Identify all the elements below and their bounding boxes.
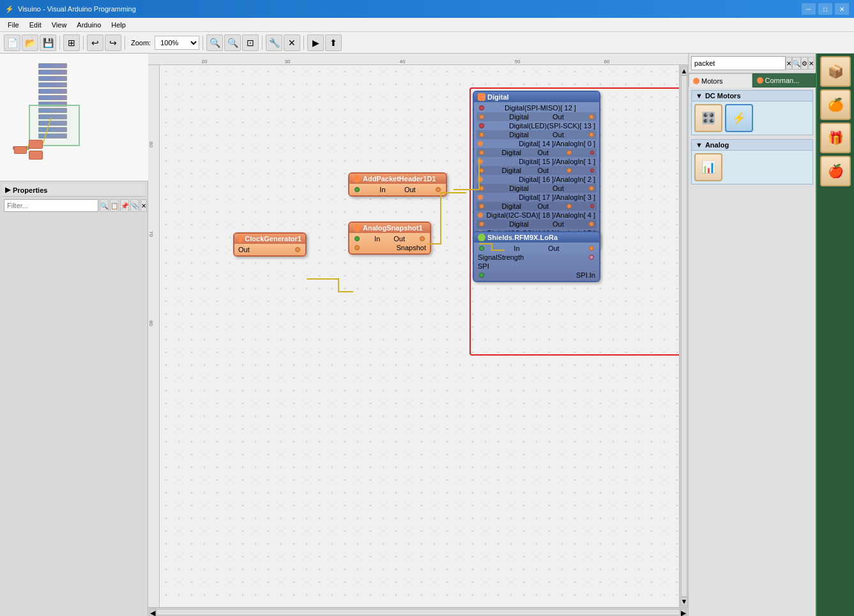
digital-6-pin[interactable] <box>479 204 484 209</box>
menu-view[interactable]: View <box>47 18 72 31</box>
arduino-digital-row-6: Digital Out <box>477 202 597 211</box>
library-search-input[interactable] <box>691 56 786 70</box>
analog-item-1[interactable]: 📊 <box>694 153 722 181</box>
cmd-btn-2[interactable]: 🍊 <box>820 89 851 120</box>
digital-6-out-pin[interactable] <box>567 204 572 209</box>
node-analog-snapshot[interactable]: AnalogSnapshot1 In Out <box>348 222 431 255</box>
digital-5-pin[interactable] <box>479 186 484 191</box>
vscroll-track[interactable] <box>681 75 687 597</box>
menu-help[interactable]: Help <box>106 18 131 31</box>
ruler-tick-30: 30 <box>285 59 291 64</box>
upload-button[interactable]: ⬆ <box>325 34 342 51</box>
menu-arduino[interactable]: Arduino <box>72 18 106 31</box>
redo-button[interactable]: ↪ <box>105 34 121 51</box>
digital-3-extra <box>590 151 594 154</box>
commands-panel: 📦 🍊 🎁 🍎 <box>816 54 854 616</box>
packet-in-pin[interactable] <box>355 187 360 192</box>
new-button[interactable]: 📄 <box>4 34 20 51</box>
prop-btn-3[interactable]: 📌 <box>120 199 129 212</box>
digital-7-pin[interactable] <box>479 222 484 227</box>
sck-pin[interactable] <box>479 123 484 128</box>
prop-btn-4[interactable]: 📎 <box>130 199 139 212</box>
canvas-main[interactable]: ClockGenerator1 Out <box>160 65 679 607</box>
node-clock-generator[interactable]: ClockGenerator1 Out <box>233 232 307 257</box>
dc-motors-label: DC Motors <box>705 92 741 100</box>
zoom-in-button[interactable]: 🔍 <box>206 34 223 51</box>
digital-7-label: Digital <box>509 220 529 228</box>
undo-button[interactable]: ↩ <box>87 34 103 51</box>
digital-5-out-pin[interactable] <box>589 186 594 191</box>
search-icon-btn[interactable]: 🔍 <box>792 57 801 70</box>
digital-4-pin[interactable] <box>479 168 484 173</box>
hscroll-right[interactable]: ▶ <box>680 608 687 616</box>
library-settings-button[interactable]: ⚙ <box>801 57 808 70</box>
properties-search[interactable] <box>4 199 98 212</box>
grid-button[interactable]: ⊞ <box>63 34 80 51</box>
digital-1-pin[interactable] <box>479 114 484 119</box>
analog-in-pin[interactable] <box>355 236 360 241</box>
dc-motor-item-2-selected[interactable]: ⚡ <box>725 104 753 132</box>
vscroll-down[interactable]: ▼ <box>680 597 688 606</box>
properties-label: Properties <box>13 186 47 194</box>
lora-spi-in-pin[interactable] <box>479 273 484 278</box>
prop-btn-1[interactable]: 🔍 <box>100 199 109 212</box>
ruler-tick-80: 80 <box>148 320 154 326</box>
delete-button[interactable]: ✕ <box>284 34 300 51</box>
lora-signal-pin[interactable] <box>589 255 594 260</box>
clock-out-pin[interactable] <box>295 247 300 252</box>
zoom-fit-button[interactable]: ⊡ <box>242 34 259 51</box>
analog-out-label: Out <box>393 235 405 243</box>
digital-2-out-pin[interactable] <box>589 132 594 137</box>
library-close-button[interactable]: ✕ <box>808 57 814 70</box>
menu-file[interactable]: File <box>3 18 24 31</box>
menu-edit[interactable]: Edit <box>24 18 47 31</box>
vertical-scrollbar[interactable]: ▲ ▼ <box>679 65 688 607</box>
zoom-out-button[interactable]: 🔍 <box>224 34 241 51</box>
hscroll-left[interactable]: ◀ <box>149 608 156 616</box>
zoom-select[interactable]: 100% 50% 75% 125% 150% <box>155 36 199 50</box>
canvas-right-inner: 20 30 40 50 60 60 70 80 <box>148 54 854 616</box>
cmd-btn-1[interactable]: 📦 <box>820 56 851 87</box>
digital-4-out-pin[interactable] <box>567 168 572 173</box>
cmd-btn-3[interactable]: 🎁 <box>820 123 851 153</box>
run-button[interactable]: ▶ <box>307 34 324 51</box>
node-add-packet[interactable]: AddPacketHeader1D1 In Out <box>348 172 447 197</box>
analog-out-pin[interactable] <box>420 236 425 241</box>
vscroll-up[interactable]: ▲ <box>680 66 688 75</box>
lora-out-pin[interactable] <box>589 246 594 251</box>
dc-motor-item-1[interactable]: 🎛️ <box>694 104 722 132</box>
digital-2-pin[interactable] <box>479 132 484 137</box>
analog-header[interactable]: ▼ Analog <box>691 139 813 151</box>
analog-snapshot-pin[interactable] <box>355 245 360 250</box>
component-button[interactable]: 🔧 <box>266 34 282 51</box>
arduino-digital-row-5: Digital Out <box>477 184 597 193</box>
digital-7-out-pin[interactable] <box>589 222 594 227</box>
search-clear-button[interactable]: ✕ <box>786 57 792 70</box>
tab-motors[interactable]: Motors <box>689 73 752 87</box>
cmd-btn-4[interactable]: 🍎 <box>820 156 851 186</box>
prop-btn-2[interactable]: 📋 <box>110 199 119 212</box>
lora-in-pin[interactable] <box>479 246 484 251</box>
node-lora[interactable]: Shields.RFM9X.LoRa In Out S <box>473 231 600 282</box>
packet-out-pin[interactable] <box>436 187 441 192</box>
node-arduino[interactable]: Digital Digital(SPI-MISO)[ 12 ] <box>473 91 600 249</box>
digital-3-out-pin[interactable] <box>567 150 572 155</box>
open-button[interactable]: 📂 <box>22 34 38 51</box>
save-button[interactable]: 💾 <box>40 34 56 51</box>
close-button[interactable]: ✕ <box>835 3 849 15</box>
digital-1-out-pin[interactable] <box>589 114 594 119</box>
canvas-row: 60 70 80 <box>148 65 688 607</box>
lora-label: Shields.RFM9X.LoRa <box>487 234 558 241</box>
minimize-button[interactable]: ─ <box>802 3 816 15</box>
prop-btn-5[interactable]: ✕ <box>141 199 147 212</box>
maximize-button[interactable]: □ <box>818 3 832 15</box>
spi-miso-pin[interactable] <box>479 105 484 110</box>
library-content[interactable]: ▼ DC Motors 🎛️ ⚡ ▼ Analog <box>689 87 816 616</box>
tab-commands[interactable]: Comman... <box>752 73 816 87</box>
horizontal-scrollbar[interactable]: ◀ ▶ <box>148 607 688 616</box>
minimap-canvas[interactable] <box>0 54 148 181</box>
hscroll-track[interactable] <box>156 609 680 615</box>
digital-3-pin[interactable] <box>479 150 484 155</box>
dc-motors-header[interactable]: ▼ DC Motors <box>691 90 813 101</box>
properties-header[interactable]: ▶ Properties <box>3 184 145 197</box>
